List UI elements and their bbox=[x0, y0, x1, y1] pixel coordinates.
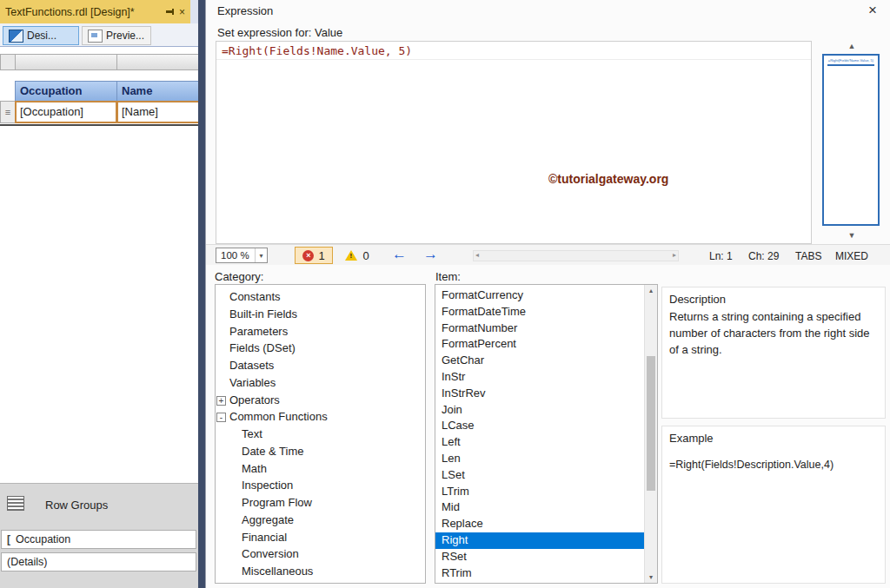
expand-icon[interactable]: + bbox=[216, 396, 226, 406]
expression-dialog: Expression × Set expression for: Value =… bbox=[205, 0, 890, 588]
tab-preview[interactable]: Previe... bbox=[82, 26, 151, 45]
category-item[interactable]: +Operators bbox=[216, 392, 425, 409]
category-item[interactable]: Parameters bbox=[216, 323, 425, 340]
zoom-select[interactable]: 100 % ▾ bbox=[216, 248, 268, 263]
table-header-occupation[interactable]: Occupation bbox=[15, 81, 117, 102]
document-tab-bar: TextFunctions.rdl [Design]* × bbox=[0, 0, 198, 23]
item-list-item[interactable]: RTrim bbox=[435, 565, 644, 582]
chevron-down-icon[interactable]: ▾ bbox=[255, 248, 267, 262]
table-corner-handle[interactable] bbox=[0, 54, 16, 70]
item-list-item[interactable]: LCase bbox=[435, 418, 644, 434]
category-item[interactable]: Miscellaneous bbox=[216, 563, 425, 580]
row-group-label: (Details) bbox=[7, 556, 48, 568]
report-designer-panel: TextFunctions.rdl [Design]* × Desi... Pr… bbox=[0, 0, 198, 588]
expression-code-editor[interactable]: =Right(Fields!Name.Value, 5) ©tutorialga… bbox=[216, 41, 812, 244]
category-item[interactable]: Program Flow bbox=[216, 494, 425, 512]
scroll-down-icon[interactable]: ▼ bbox=[814, 231, 889, 240]
errors-toggle[interactable]: × 1 bbox=[295, 247, 333, 264]
category-item[interactable]: -Common Functions bbox=[216, 408, 425, 426]
category-item[interactable]: Datasets bbox=[216, 357, 425, 374]
row-groups-icon bbox=[7, 496, 24, 511]
description-panel: Description Returns a string containing … bbox=[661, 287, 886, 419]
category-item[interactable]: Constants bbox=[216, 288, 425, 306]
item-list-item[interactable]: LSet bbox=[435, 467, 644, 484]
navigate-back-icon[interactable]: ← bbox=[392, 246, 407, 263]
table-cell-occupation[interactable]: [Occupation] bbox=[15, 101, 117, 123]
item-list-item[interactable]: Join bbox=[435, 402, 644, 419]
group-icon: [ bbox=[7, 533, 10, 545]
example-panel: Example =Right(Fields!Description.Value,… bbox=[661, 426, 886, 584]
item-list-item-selected[interactable]: Right bbox=[435, 532, 644, 549]
item-list-item[interactable]: FormatNumber bbox=[435, 320, 644, 337]
error-icon: × bbox=[302, 250, 314, 261]
row-group-label: Occupation bbox=[16, 533, 70, 545]
category-item[interactable]: Fields (DSet) bbox=[216, 340, 425, 357]
item-list-item[interactable]: FormatPercent bbox=[435, 336, 644, 353]
item-list-item[interactable]: InStr bbox=[435, 369, 644, 386]
scroll-up-icon[interactable]: ▲ bbox=[814, 42, 889, 50]
category-item[interactable]: Math bbox=[216, 460, 425, 478]
item-list-item[interactable]: Replace bbox=[435, 516, 644, 532]
column-handle[interactable] bbox=[15, 54, 117, 70]
tab-design-label: Desi... bbox=[27, 30, 56, 42]
scrollbar-thumb[interactable] bbox=[647, 356, 655, 491]
horizontal-scrollbar[interactable]: ◂ ▸ bbox=[473, 250, 679, 261]
row-groups-pane: Row Groups [ Occupation (Details) bbox=[0, 483, 198, 588]
navigate-forward-icon[interactable]: → bbox=[423, 246, 438, 263]
category-item[interactable]: Date & Time bbox=[216, 443, 425, 460]
category-item-label: Common Functions bbox=[229, 410, 328, 423]
scroll-down-icon[interactable]: ▾ bbox=[645, 573, 657, 581]
example-label: Example bbox=[662, 426, 885, 446]
item-list-scrollbar[interactable]: ▴ ▾ bbox=[644, 285, 657, 583]
expression-code[interactable]: =Right(Fields!Name.Value, 5) bbox=[216, 42, 811, 60]
tab-design[interactable]: Desi... bbox=[3, 26, 79, 45]
description-label: Description bbox=[662, 287, 885, 307]
watermark: ©tutorialgateway.org bbox=[548, 172, 668, 186]
scroll-right-icon[interactable]: ▸ bbox=[673, 251, 676, 259]
close-icon[interactable]: × bbox=[868, 3, 877, 17]
item-list-item[interactable]: Space bbox=[435, 581, 644, 584]
item-list-item[interactable]: Len bbox=[435, 451, 644, 467]
table-cell-name[interactable]: [Name] bbox=[116, 101, 198, 123]
set-expression-for-label: Set expression for: Value bbox=[217, 26, 342, 39]
scroll-up-icon[interactable]: ▴ bbox=[645, 287, 657, 294]
document-tab-title: TextFunctions.rdl [Design]* bbox=[5, 6, 162, 18]
item-list-item[interactable]: RSet bbox=[435, 549, 644, 565]
item-list-item[interactable]: Mid bbox=[435, 499, 644, 516]
warnings-toggle[interactable]: ! 0 bbox=[340, 247, 375, 264]
tabs-indicator: TABS bbox=[795, 250, 821, 262]
item-list-item[interactable]: GetChar bbox=[435, 353, 644, 369]
item-list-item[interactable]: Left bbox=[435, 434, 644, 451]
minimap[interactable]: =Right(Fields!Name.Value, 5) bbox=[822, 54, 880, 226]
column-indicator: Ch: 29 bbox=[748, 250, 779, 262]
table-header-name[interactable]: Name bbox=[116, 81, 198, 102]
item-list-item[interactable]: InStrRev bbox=[435, 386, 644, 402]
scroll-left-icon[interactable]: ◂ bbox=[475, 251, 479, 259]
item-label: Item: bbox=[435, 270, 461, 283]
item-list-item[interactable]: FormatCurrency bbox=[435, 287, 644, 304]
view-tab-bar: Desi... Previe... bbox=[0, 23, 198, 47]
category-item[interactable]: Conversion bbox=[216, 545, 425, 563]
tab-preview-label: Previe... bbox=[106, 30, 144, 42]
pin-icon[interactable] bbox=[166, 8, 175, 17]
minimap-cursor-line bbox=[827, 64, 874, 66]
category-item[interactable]: Built-in Fields bbox=[216, 306, 425, 323]
category-item[interactable]: Variables bbox=[216, 374, 425, 392]
column-handle[interactable] bbox=[116, 54, 198, 70]
collapse-icon[interactable]: - bbox=[216, 413, 226, 422]
document-tab[interactable]: TextFunctions.rdl [Design]* × bbox=[0, 0, 190, 23]
close-icon[interactable]: × bbox=[179, 7, 185, 17]
zoom-value: 100 % bbox=[216, 248, 255, 262]
editor-status-bar: 100 % ▾ × 1 ! 0 ← → ◂ ▸ Ln: 1 Ch: 29 TAB… bbox=[206, 244, 890, 265]
row-handle[interactable]: ≡ bbox=[0, 101, 16, 123]
category-item[interactable]: Aggregate bbox=[216, 512, 425, 529]
row-group-item[interactable]: (Details) bbox=[1, 552, 196, 571]
item-list-item[interactable]: FormatDateTime bbox=[435, 304, 644, 320]
row-group-item[interactable]: [ Occupation bbox=[1, 530, 196, 549]
item-list-item[interactable]: LTrim bbox=[435, 484, 644, 500]
category-item[interactable]: Text bbox=[216, 426, 425, 443]
category-list: Constants Built-in Fields Parameters Fie… bbox=[215, 284, 426, 584]
category-item[interactable]: Inspection bbox=[216, 477, 425, 494]
preview-view-icon bbox=[88, 30, 103, 43]
category-item[interactable]: Financial bbox=[216, 529, 425, 546]
